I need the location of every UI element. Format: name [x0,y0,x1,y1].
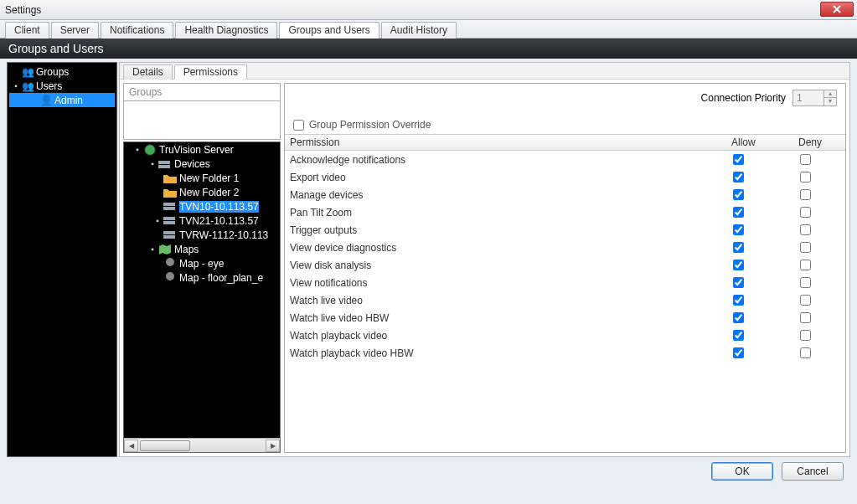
tab-client[interactable]: Client [5,22,49,39]
connection-priority-input[interactable] [793,92,823,104]
deny-checkbox[interactable] [800,172,811,183]
tab-audit-history[interactable]: Audit History [381,22,457,39]
spinner-up[interactable]: ▲ [824,90,836,98]
group-override-label: Group Permission Override [309,119,431,131]
group-override-checkbox[interactable] [293,120,304,131]
svg-rect-5 [163,217,175,220]
allow-checkbox[interactable] [733,189,744,200]
cancel-button[interactable]: Cancel [782,462,844,481]
tab-server[interactable]: Server [51,22,99,39]
connection-priority-spinner[interactable]: ▲ ▼ [792,90,837,106]
horizontal-scrollbar[interactable]: ◀ ▶ [124,438,280,452]
allow-checkbox[interactable] [733,224,744,235]
permission-label: Export video [290,172,728,183]
sidebar-tree: 👥 Groups ▪ 👥 Users 👤 Admin [7,62,117,457]
permission-label: Watch playback video [290,330,728,342]
allow-checkbox[interactable] [733,207,744,218]
deny-checkbox[interactable] [800,189,811,200]
allow-checkbox[interactable] [733,242,744,253]
deny-checkbox[interactable] [800,330,811,341]
allow-checkbox[interactable] [733,312,744,323]
svg-rect-2 [158,165,170,168]
device-tree: ▪ TruVision Server ▪ Devices New Folder … [123,141,281,453]
tree-item-label: TVRW-1112-10.113 [179,229,268,241]
ok-button[interactable]: OK [711,462,773,481]
permission-row: View device diagnostics [285,239,845,256]
tree-item-label: New Folder 2 [179,187,239,198]
pin-icon [163,258,178,270]
tree-item-folder-1[interactable]: New Folder 1 [124,171,280,185]
deny-checkbox[interactable] [800,154,811,165]
deny-checkbox[interactable] [800,207,811,218]
allow-checkbox[interactable] [733,154,744,165]
tree-item-label: Maps [174,244,199,255]
col-deny: Deny [795,135,845,150]
permission-label: Watch live video HBW [290,312,728,324]
folder-icon [163,172,178,184]
pin-icon [163,272,178,284]
permission-label: Pan Tilt Zoom [290,207,728,219]
svg-rect-8 [163,235,175,239]
svg-rect-6 [163,221,175,224]
tree-item-tvn10[interactable]: TVN10-10.113.57 [124,199,280,213]
spinner-down[interactable]: ▼ [824,98,836,105]
map-icon [157,244,173,255]
permission-label: View notifications [290,277,728,289]
permission-label: View disk analysis [290,260,728,271]
section-header: Groups and Users [0,39,857,59]
allow-checkbox[interactable] [733,277,744,288]
device-icon [163,201,178,213]
permission-row: Watch playback video [285,327,845,344]
deny-checkbox[interactable] [800,277,811,288]
scroll-track[interactable] [138,440,266,452]
svg-point-0 [145,145,155,155]
permission-label: Watch playback video HBW [290,347,728,359]
groups-list[interactable] [123,101,281,140]
scroll-right-button[interactable]: ▶ [266,440,280,452]
allow-checkbox[interactable] [733,172,744,183]
device-icon [163,229,178,241]
tree-item-tvrw[interactable]: TVRW-1112-10.113 [124,228,280,242]
permission-row: Export video [285,168,845,186]
deny-checkbox[interactable] [800,242,811,253]
svg-rect-7 [163,231,175,234]
tab-health-diagnostics[interactable]: Health Diagnostics [175,22,277,39]
tab-notifications[interactable]: Notifications [101,22,173,39]
tree-item-map-eye[interactable]: Map - eye [124,256,280,270]
permission-row: View notifications [285,274,845,291]
scroll-thumb[interactable] [140,440,190,451]
tab-groups-and-users[interactable]: Groups and Users [279,22,379,39]
permission-row: Acknowledge notifications [285,151,845,168]
collapse-icon: ▪ [147,159,157,168]
sidebar-item-groups[interactable]: 👥 Groups [9,64,115,79]
permission-row: Watch playback video HBW [285,344,845,362]
tree-item-devices[interactable]: ▪ Devices [124,157,280,171]
sidebar-item-admin[interactable]: 👤 Admin [9,93,115,107]
allow-checkbox[interactable] [733,295,744,306]
expand-icon: ▪ [152,216,163,225]
tree-item-maps[interactable]: ▪ Maps [124,242,280,256]
permission-label: Trigger outputs [290,224,728,236]
subtab-permissions[interactable]: Permissions [174,64,247,80]
permission-row: Manage devices [285,186,845,203]
tree-item-folder-2[interactable]: New Folder 2 [124,185,280,199]
deny-checkbox[interactable] [800,312,811,323]
sidebar-item-users[interactable]: ▪ 👥 Users [9,79,115,93]
tree-item-server[interactable]: ▪ TruVision Server [124,142,280,157]
deny-checkbox[interactable] [800,224,811,235]
tree-item-map-floorplan[interactable]: Map - floor_plan_e [124,270,280,285]
tree-item-tvn21[interactable]: ▪ TVN21-10.113.57 [124,213,280,228]
subtab-details[interactable]: Details [123,64,173,80]
admin-label: Admin [54,95,83,106]
allow-checkbox[interactable] [733,260,744,270]
close-button[interactable] [820,2,854,17]
deny-checkbox[interactable] [800,347,811,358]
scroll-left-button[interactable]: ◀ [124,440,138,452]
allow-checkbox[interactable] [733,330,744,341]
allow-checkbox[interactable] [733,347,744,358]
tree-item-label: TVN10-10.113.57 [179,201,259,213]
deny-checkbox[interactable] [800,295,811,306]
groups-icon: 👥 [21,66,34,78]
deny-checkbox[interactable] [800,260,811,270]
tree-item-label: New Folder 1 [179,172,239,184]
